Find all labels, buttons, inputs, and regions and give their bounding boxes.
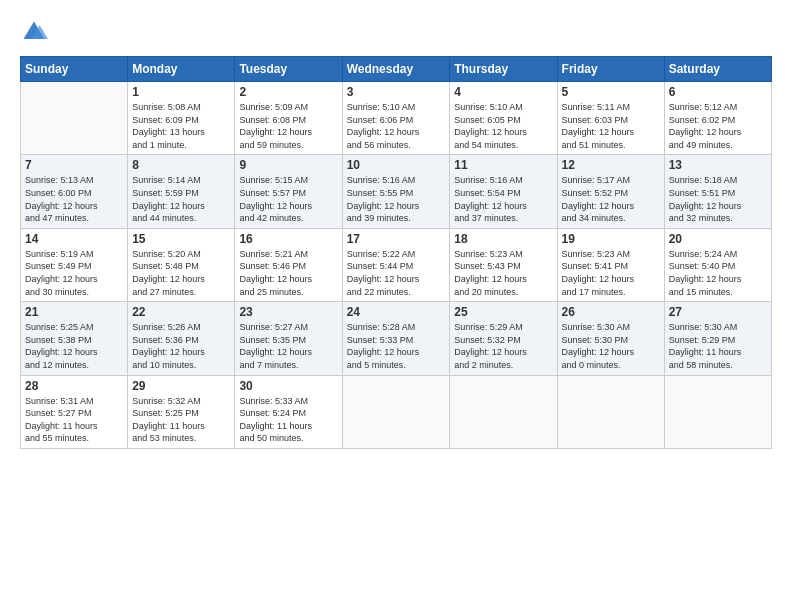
weekday-header-row: SundayMondayTuesdayWednesdayThursdayFrid…	[21, 57, 772, 82]
day-info: Sunrise: 5:17 AM Sunset: 5:52 PM Dayligh…	[562, 174, 660, 224]
day-info: Sunrise: 5:22 AM Sunset: 5:44 PM Dayligh…	[347, 248, 446, 298]
calendar-cell: 18Sunrise: 5:23 AM Sunset: 5:43 PM Dayli…	[450, 228, 557, 301]
calendar-cell: 6Sunrise: 5:12 AM Sunset: 6:02 PM Daylig…	[664, 82, 771, 155]
day-info: Sunrise: 5:32 AM Sunset: 5:25 PM Dayligh…	[132, 395, 230, 445]
calendar-cell: 23Sunrise: 5:27 AM Sunset: 5:35 PM Dayli…	[235, 302, 342, 375]
day-number: 24	[347, 305, 446, 319]
day-info: Sunrise: 5:30 AM Sunset: 5:30 PM Dayligh…	[562, 321, 660, 371]
weekday-header-wednesday: Wednesday	[342, 57, 450, 82]
calendar-cell: 15Sunrise: 5:20 AM Sunset: 5:48 PM Dayli…	[128, 228, 235, 301]
day-info: Sunrise: 5:12 AM Sunset: 6:02 PM Dayligh…	[669, 101, 767, 151]
day-info: Sunrise: 5:28 AM Sunset: 5:33 PM Dayligh…	[347, 321, 446, 371]
day-info: Sunrise: 5:30 AM Sunset: 5:29 PM Dayligh…	[669, 321, 767, 371]
calendar-cell: 1Sunrise: 5:08 AM Sunset: 6:09 PM Daylig…	[128, 82, 235, 155]
day-info: Sunrise: 5:10 AM Sunset: 6:05 PM Dayligh…	[454, 101, 552, 151]
day-number: 10	[347, 158, 446, 172]
weekday-header-sunday: Sunday	[21, 57, 128, 82]
day-number: 30	[239, 379, 337, 393]
calendar-cell: 25Sunrise: 5:29 AM Sunset: 5:32 PM Dayli…	[450, 302, 557, 375]
day-number: 25	[454, 305, 552, 319]
calendar-cell: 10Sunrise: 5:16 AM Sunset: 5:55 PM Dayli…	[342, 155, 450, 228]
day-info: Sunrise: 5:29 AM Sunset: 5:32 PM Dayligh…	[454, 321, 552, 371]
calendar-cell: 21Sunrise: 5:25 AM Sunset: 5:38 PM Dayli…	[21, 302, 128, 375]
logo-icon	[20, 18, 48, 46]
day-info: Sunrise: 5:19 AM Sunset: 5:49 PM Dayligh…	[25, 248, 123, 298]
day-number: 11	[454, 158, 552, 172]
day-info: Sunrise: 5:16 AM Sunset: 5:55 PM Dayligh…	[347, 174, 446, 224]
day-number: 21	[25, 305, 123, 319]
day-info: Sunrise: 5:24 AM Sunset: 5:40 PM Dayligh…	[669, 248, 767, 298]
day-number: 5	[562, 85, 660, 99]
calendar-cell: 8Sunrise: 5:14 AM Sunset: 5:59 PM Daylig…	[128, 155, 235, 228]
calendar-cell	[342, 375, 450, 448]
weekday-header-monday: Monday	[128, 57, 235, 82]
calendar-cell: 16Sunrise: 5:21 AM Sunset: 5:46 PM Dayli…	[235, 228, 342, 301]
day-info: Sunrise: 5:26 AM Sunset: 5:36 PM Dayligh…	[132, 321, 230, 371]
day-info: Sunrise: 5:27 AM Sunset: 5:35 PM Dayligh…	[239, 321, 337, 371]
calendar-cell: 19Sunrise: 5:23 AM Sunset: 5:41 PM Dayli…	[557, 228, 664, 301]
calendar-cell	[664, 375, 771, 448]
day-info: Sunrise: 5:23 AM Sunset: 5:43 PM Dayligh…	[454, 248, 552, 298]
calendar-cell: 29Sunrise: 5:32 AM Sunset: 5:25 PM Dayli…	[128, 375, 235, 448]
day-info: Sunrise: 5:18 AM Sunset: 5:51 PM Dayligh…	[669, 174, 767, 224]
day-number: 8	[132, 158, 230, 172]
logo	[20, 18, 52, 46]
calendar-week-row: 21Sunrise: 5:25 AM Sunset: 5:38 PM Dayli…	[21, 302, 772, 375]
calendar-cell: 7Sunrise: 5:13 AM Sunset: 6:00 PM Daylig…	[21, 155, 128, 228]
day-number: 20	[669, 232, 767, 246]
day-number: 16	[239, 232, 337, 246]
calendar-cell	[21, 82, 128, 155]
calendar-cell: 3Sunrise: 5:10 AM Sunset: 6:06 PM Daylig…	[342, 82, 450, 155]
day-number: 19	[562, 232, 660, 246]
weekday-header-tuesday: Tuesday	[235, 57, 342, 82]
day-number: 28	[25, 379, 123, 393]
calendar-table: SundayMondayTuesdayWednesdayThursdayFrid…	[20, 56, 772, 449]
day-info: Sunrise: 5:08 AM Sunset: 6:09 PM Dayligh…	[132, 101, 230, 151]
day-number: 7	[25, 158, 123, 172]
calendar-week-row: 14Sunrise: 5:19 AM Sunset: 5:49 PM Dayli…	[21, 228, 772, 301]
weekday-header-thursday: Thursday	[450, 57, 557, 82]
calendar-week-row: 28Sunrise: 5:31 AM Sunset: 5:27 PM Dayli…	[21, 375, 772, 448]
calendar-cell: 4Sunrise: 5:10 AM Sunset: 6:05 PM Daylig…	[450, 82, 557, 155]
day-number: 17	[347, 232, 446, 246]
day-info: Sunrise: 5:20 AM Sunset: 5:48 PM Dayligh…	[132, 248, 230, 298]
day-number: 23	[239, 305, 337, 319]
day-number: 18	[454, 232, 552, 246]
calendar-week-row: 7Sunrise: 5:13 AM Sunset: 6:00 PM Daylig…	[21, 155, 772, 228]
calendar-cell: 30Sunrise: 5:33 AM Sunset: 5:24 PM Dayli…	[235, 375, 342, 448]
day-number: 13	[669, 158, 767, 172]
day-number: 6	[669, 85, 767, 99]
calendar-cell: 5Sunrise: 5:11 AM Sunset: 6:03 PM Daylig…	[557, 82, 664, 155]
day-info: Sunrise: 5:33 AM Sunset: 5:24 PM Dayligh…	[239, 395, 337, 445]
calendar-cell: 28Sunrise: 5:31 AM Sunset: 5:27 PM Dayli…	[21, 375, 128, 448]
calendar-cell	[557, 375, 664, 448]
header	[20, 18, 772, 46]
calendar-cell: 26Sunrise: 5:30 AM Sunset: 5:30 PM Dayli…	[557, 302, 664, 375]
day-info: Sunrise: 5:31 AM Sunset: 5:27 PM Dayligh…	[25, 395, 123, 445]
day-number: 1	[132, 85, 230, 99]
calendar-cell: 11Sunrise: 5:16 AM Sunset: 5:54 PM Dayli…	[450, 155, 557, 228]
day-number: 15	[132, 232, 230, 246]
calendar-cell: 12Sunrise: 5:17 AM Sunset: 5:52 PM Dayli…	[557, 155, 664, 228]
calendar-cell: 20Sunrise: 5:24 AM Sunset: 5:40 PM Dayli…	[664, 228, 771, 301]
day-number: 9	[239, 158, 337, 172]
day-info: Sunrise: 5:14 AM Sunset: 5:59 PM Dayligh…	[132, 174, 230, 224]
day-number: 3	[347, 85, 446, 99]
page: SundayMondayTuesdayWednesdayThursdayFrid…	[0, 0, 792, 612]
day-info: Sunrise: 5:15 AM Sunset: 5:57 PM Dayligh…	[239, 174, 337, 224]
day-number: 26	[562, 305, 660, 319]
day-info: Sunrise: 5:11 AM Sunset: 6:03 PM Dayligh…	[562, 101, 660, 151]
day-number: 12	[562, 158, 660, 172]
calendar-cell: 13Sunrise: 5:18 AM Sunset: 5:51 PM Dayli…	[664, 155, 771, 228]
calendar-cell: 14Sunrise: 5:19 AM Sunset: 5:49 PM Dayli…	[21, 228, 128, 301]
day-number: 4	[454, 85, 552, 99]
day-number: 27	[669, 305, 767, 319]
calendar-cell: 2Sunrise: 5:09 AM Sunset: 6:08 PM Daylig…	[235, 82, 342, 155]
calendar-cell: 9Sunrise: 5:15 AM Sunset: 5:57 PM Daylig…	[235, 155, 342, 228]
day-info: Sunrise: 5:13 AM Sunset: 6:00 PM Dayligh…	[25, 174, 123, 224]
day-info: Sunrise: 5:23 AM Sunset: 5:41 PM Dayligh…	[562, 248, 660, 298]
day-info: Sunrise: 5:09 AM Sunset: 6:08 PM Dayligh…	[239, 101, 337, 151]
weekday-header-friday: Friday	[557, 57, 664, 82]
calendar-week-row: 1Sunrise: 5:08 AM Sunset: 6:09 PM Daylig…	[21, 82, 772, 155]
day-info: Sunrise: 5:16 AM Sunset: 5:54 PM Dayligh…	[454, 174, 552, 224]
